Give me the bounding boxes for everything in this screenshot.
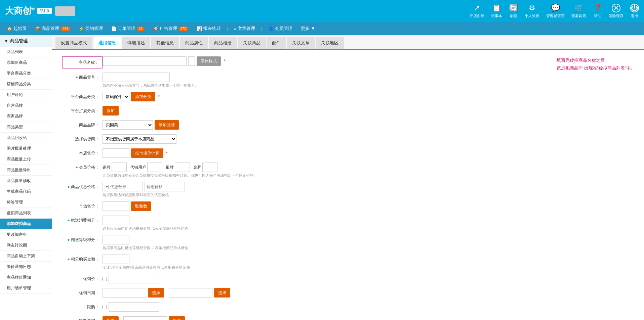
sidebar-item-goods-type[interactable]: 商品类型 (0, 122, 52, 133)
clear-cache-icon: ✕ (612, 4, 620, 12)
agent-price-input[interactable]: -1 (147, 163, 162, 172)
promo-date-select2-button[interactable]: 选择 (214, 288, 230, 298)
add-ext-cat-button[interactable]: 添加 (103, 106, 119, 116)
sidebar-item-price-log[interactable]: 降价通知日志 (0, 262, 52, 272)
promo-sale-checkbox[interactable] (103, 277, 107, 281)
sidebar-item-brand-notify[interactable]: 商品牌价通知 (0, 272, 52, 283)
round-button[interactable]: 取整数 (131, 201, 151, 211)
limit-date-end-input[interactable] (123, 316, 167, 320)
tab-goods-attr[interactable]: 商品属性 (180, 37, 208, 49)
silver-price-input[interactable]: -1 (175, 163, 190, 172)
promo-date-select1-button[interactable]: 选择 (148, 288, 164, 298)
sidebar-item-tag-mgmt[interactable]: 标签管理 (0, 197, 52, 208)
nav-promo-mgmt[interactable]: ⚡ 促销管理 (75, 22, 106, 35)
gift-grade-points-row: ● 赠送等级积分： -1 购买该商品时赠送等级积分数,-1表示按商品价格赠送 (62, 235, 540, 250)
integral-buy-input[interactable]: 0 (103, 255, 129, 264)
sidebar-item-batch-export[interactable]: 商品批量导出 (0, 165, 52, 176)
open-store-icon: ↗ (474, 4, 480, 12)
product-name-input[interactable] (103, 56, 187, 66)
sidebar-item-platform-cat[interactable]: 平台商品分类 (0, 68, 52, 79)
sidebar-item-recycle[interactable]: 商品回收站 (0, 133, 52, 143)
nav-open-store[interactable]: ↗ 开店向导 (470, 4, 484, 18)
sidebar-item-virtual-list[interactable]: 虚拟商品列表 (0, 208, 52, 219)
tab-accessories[interactable]: 配件 (267, 37, 286, 49)
sidebar-item-goods-list[interactable]: 商品列表 (0, 47, 52, 57)
sidebar-item-self-brand[interactable]: 自营品牌 (0, 100, 52, 111)
sidebar-item-gen-barcode[interactable]: 生成商品代码 (0, 186, 52, 197)
add-cat-button[interactable]: 添加分类 (131, 92, 155, 101)
tab-detail-desc[interactable]: 详细描述 (122, 37, 150, 49)
tab-setup-mode[interactable]: 设置商品模式 (55, 37, 92, 49)
notepad-icon: 📋 (492, 4, 501, 12)
platform-cat-select[interactable]: 数码配件 (103, 92, 129, 101)
gold-price-input[interactable]: -1 (202, 163, 217, 172)
nav-clear-cache[interactable]: ✕ 清除缓存 (609, 4, 623, 18)
limit-date-select2-button[interactable]: 选择 (169, 316, 185, 320)
brand-select[interactable]: 贝因美 (103, 120, 153, 130)
nav-members[interactable]: 👤 会员管理 (265, 22, 296, 35)
sidebar-item-shop-cat[interactable]: 店铺商品分类 (0, 79, 52, 90)
tab-related-goods[interactable]: 关联商品 (238, 37, 266, 49)
promo-price-input[interactable] (145, 182, 185, 191)
sidebar-item-add-goods[interactable]: 添加新商品 (0, 57, 52, 68)
nav-admin-message[interactable]: 💬 管理员留言 (546, 4, 565, 18)
supplier-label: 选择供货商： (62, 134, 103, 144)
nav-more[interactable]: 更多 ▼ (297, 22, 318, 35)
form-content: 商品名称： 字体样式 * (52, 50, 550, 320)
sidebar-item-add-virtual[interactable]: 添加虚拟商品 (0, 219, 52, 229)
promo-date-end-input[interactable]: 2015-12-18 16:54:45 (169, 288, 212, 298)
bronze-price-input[interactable]: -1 (112, 163, 127, 172)
nav-logout[interactable]: ⏻ 退出 (630, 4, 639, 18)
nav-ads[interactable]: 📢 广告管理 172 (150, 22, 192, 35)
nav-goods-mgmt[interactable]: 📦 商品管理 224 (32, 22, 74, 35)
sidebar-item-batch-img[interactable]: 图片批量处理 (0, 143, 52, 154)
nav-help[interactable]: ❓ 帮助 (593, 4, 602, 18)
tab-related-article[interactable]: 关联文章 (287, 37, 315, 49)
promo-price-row: ● 商品优惠价格： 购买数量达到优惠数量时享受的优惠价格 (62, 182, 540, 197)
sidebar-item-user-comment[interactable]: 用户评论 (0, 90, 52, 100)
limit-buy-input[interactable] (109, 302, 159, 312)
limit-buy-checkbox[interactable] (103, 305, 107, 309)
shop-price-input[interactable]: 0 (103, 148, 129, 158)
market-price-control: 0 取整数 (103, 201, 271, 211)
product-no-input[interactable] (103, 73, 170, 82)
sidebar-item-order-mgmt[interactable]: 用户晒单管理 (0, 283, 52, 294)
supplier-select[interactable]: 不指定供货商属于本店商品 (103, 134, 176, 144)
font-style-button[interactable]: 字体样式 (197, 56, 221, 66)
arrow-down-icon: ▼ (4, 39, 8, 44)
nav-refresh[interactable]: 🔄 刷新 (509, 4, 518, 18)
sidebar-item-batch-upload[interactable]: 商品批量上传 (0, 154, 52, 165)
sidebar-item-change-pwd[interactable]: 更改加密串 (0, 229, 52, 240)
nav-articles[interactable]: ≡ 文章管理 (231, 22, 259, 35)
nav-view-shop[interactable]: 🛒 查看网店 (571, 4, 586, 18)
brand-row: 商品品牌： 贝因美 添加品牌 (62, 120, 540, 130)
platform-ext-cat-control: 添加 (103, 106, 271, 116)
sidebar-item-batch-modify[interactable]: 商品批量修改 (0, 176, 52, 186)
nav-notepad[interactable]: 📋 记事本 (491, 4, 502, 18)
tab-related-area[interactable]: 关联地区 (316, 37, 344, 49)
nav-reports[interactable]: 📊 报表统计 (193, 22, 224, 35)
add-brand-button[interactable]: 添加品牌 (155, 120, 179, 130)
nav-home[interactable]: 🏠 起始页 (3, 22, 30, 35)
tab-general-info[interactable]: 通用信息 (93, 37, 121, 49)
tab-other-info[interactable]: 其他信息 (151, 37, 179, 49)
market-calc-button[interactable]: 按市场价计算 (131, 148, 163, 158)
promo-qty-input[interactable] (103, 182, 143, 191)
nav-personal-settings[interactable]: ⚙ 个人设置 (525, 4, 539, 18)
promo-date-start-input[interactable]: 2015-11-18 16:54:45 (103, 288, 146, 298)
promo-date-row: 促销日期： 2015-11-18 16:54:45 选择 - 2015-12-1… (62, 288, 540, 298)
sidebar-item-auto-onoff[interactable]: 商品自动上下架 (0, 251, 52, 262)
gift-points-input[interactable]: -1 (103, 216, 129, 225)
sidebar-item-forum[interactable]: 网友讨论圈 (0, 240, 52, 251)
color-picker[interactable] (188, 56, 195, 66)
limit-date-select1-button[interactable]: 选择 (103, 316, 119, 320)
nav-orders[interactable]: 📄 订单管理 21 (108, 22, 148, 35)
form-side: 填写完虚拟商品名称之后， 该虚拟商品即 出现在"虚拟商品列表"中。 (550, 50, 644, 320)
gift-grade-points-input[interactable]: -1 (103, 235, 129, 244)
integral-buy-hint: (此处填写金额)购买该商品时最多可以使用积分的金额 (103, 265, 271, 270)
promo-sale-input[interactable] (109, 274, 159, 283)
sidebar-item-merchant-brand[interactable]: 商家品牌 (0, 111, 52, 122)
market-price-input[interactable]: 0 (103, 201, 129, 211)
brand-control: 贝因美 添加品牌 (103, 120, 271, 130)
tab-goods-album[interactable]: 商品相册 (209, 37, 237, 49)
